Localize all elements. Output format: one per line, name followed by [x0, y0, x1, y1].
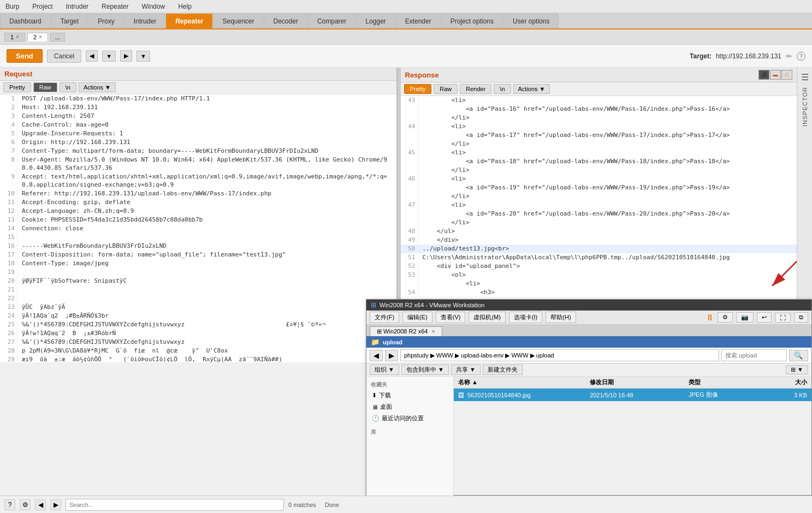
line-content: Host: 192.168.239.131 [22, 103, 394, 112]
include-library-btn[interactable]: 包含到库中 ▼ [401, 365, 449, 375]
response-raw-btn[interactable]: Raw [434, 84, 458, 94]
line-content: Upgrade-Insecure-Requests: 1 [22, 129, 394, 138]
search-box[interactable] [721, 349, 787, 361]
response-render-btn[interactable]: Render [460, 84, 491, 94]
vm-unity-btn[interactable]: ⧉ [794, 312, 808, 323]
request-n-btn[interactable]: \n [60, 82, 76, 92]
view-split-vertical[interactable]: ⬛ [758, 70, 769, 80]
request-line-5: 5Upgrade-Insecure-Requests: 1 [0, 129, 396, 138]
vm-fullscreen-btn[interactable]: ⛶ [775, 313, 791, 323]
response-line-45: 45 <li> [401, 148, 797, 157]
menu-intruder[interactable]: Intruder [63, 2, 92, 11]
file-toolbar: 组织 ▼ 包含到库中 ▼ 共享 ▼ 新建文件夹 ⊞ ▼ [366, 363, 811, 377]
status-icon-gear[interactable]: ⚙ [20, 499, 31, 510]
tab-decoder[interactable]: Decoder [264, 14, 307, 28]
tab-comparer[interactable]: Comparer [308, 14, 355, 28]
vm-snapshot-btn[interactable]: 📷 [736, 312, 754, 323]
response-line-52: 52 <div id="upload_panel"> [401, 262, 797, 271]
menu-window[interactable]: Window [138, 2, 168, 11]
response-pretty-btn[interactable]: Pretty [404, 84, 432, 94]
view-toggle-btn[interactable]: ⊞ ▼ [786, 365, 808, 374]
view-split-horizontal[interactable]: ▬ [770, 70, 781, 80]
forward-btn[interactable]: ▶ [385, 350, 398, 361]
tab-sequencer[interactable]: Sequencer [213, 14, 263, 28]
vm-vm-menu[interactable]: 虚拟机(M) [469, 312, 506, 323]
file-browser: 收藏夹 ⬇ 下载 🖥 桌面 🕐 最近访问的位置 库 名称 [366, 377, 811, 499]
vm-tab-icon: ⊞ [377, 328, 382, 335]
repeater-tab-2[interactable]: 2 × [27, 33, 48, 41]
cancel-button[interactable]: Cancel [47, 50, 81, 63]
vm-tab-menu[interactable]: 选项卡(I) [509, 312, 542, 323]
file-date-cell: 2021/5/10 16:48 [590, 392, 689, 398]
request-line-18: 18Content-Type: image/jpeg [0, 259, 396, 268]
nav-back-status[interactable]: ◀ [35, 499, 46, 510]
line-content: Content-Type: multipart/form-data; bound… [22, 147, 394, 156]
line-number: 45 [403, 148, 418, 157]
menu-repeater[interactable]: Repeater [98, 2, 132, 11]
sidebar-download[interactable]: ⬇ 下载 [369, 390, 451, 401]
repeater-tab-more[interactable]: ... [50, 33, 65, 41]
request-actions-btn[interactable]: Actions ▼ [79, 82, 116, 92]
menu-burp[interactable]: Burp [2, 2, 22, 11]
vm-view-menu[interactable]: 查看(V) [436, 312, 466, 323]
nav-forward-dropdown[interactable]: ▼ [137, 51, 150, 62]
line-content: ÿÛC ÿAbz¨ÿÄ [22, 303, 394, 312]
vm-tab-main[interactable]: ⊞ Win2008 R2 x64 × [370, 326, 442, 336]
tab-user-options[interactable]: User options [503, 14, 559, 28]
sidebar-desktop[interactable]: 🖥 桌面 [369, 401, 451, 413]
response-line-53: 53 <ol> [401, 271, 797, 279]
nav-back-dropdown[interactable]: ▼ [102, 51, 116, 62]
tab-extender[interactable]: Extender [396, 14, 441, 28]
file-type-icon: 🖼 [458, 392, 464, 398]
tab-proxy[interactable]: Proxy [88, 14, 124, 28]
new-folder-btn[interactable]: 新建文件夹 [483, 365, 523, 375]
request-actions-label: Actions [84, 84, 103, 91]
tab-project-options[interactable]: Project options [441, 14, 503, 28]
menu-project[interactable]: Project [29, 2, 56, 11]
response-n-btn[interactable]: \n [494, 84, 511, 94]
sidebar-recent[interactable]: 🕐 最近访问的位置 [369, 413, 451, 424]
repeater-tab-2-close[interactable]: × [39, 34, 42, 40]
target-help-icon[interactable]: ? [797, 52, 805, 61]
folder-window-name: upload [383, 339, 402, 345]
organize-btn[interactable]: 组织 ▼ [370, 365, 399, 375]
line-number [403, 140, 418, 148]
vm-edit-menu[interactable]: 编辑(E) [402, 312, 432, 323]
tab-intruder[interactable]: Intruder [125, 14, 165, 28]
vm-tab-close[interactable]: × [431, 328, 435, 335]
status-icon-question[interactable]: ? [4, 499, 15, 510]
vm-file-menu[interactable]: 文件(F) [370, 312, 399, 323]
file-row[interactable]: 🖼 5620210510164840.jpg 2021/5/10 16:48 J… [454, 389, 811, 401]
nav-forward-status[interactable]: ▶ [50, 499, 61, 510]
search-input[interactable] [66, 499, 284, 511]
back-btn[interactable]: ◀ [370, 350, 383, 361]
send-button[interactable]: Send [7, 49, 43, 63]
vm-help-menu[interactable]: 帮助(H) [546, 312, 576, 323]
request-raw-btn[interactable]: Raw [33, 82, 57, 92]
nav-forward-button[interactable]: ▶ [120, 50, 132, 62]
view-single[interactable]: □ [781, 70, 792, 80]
file-type-cell: JPEG 图像 [689, 391, 755, 399]
col-size-header[interactable]: 大小 [755, 378, 807, 386]
response-actions-btn[interactable]: Actions ▼ [513, 84, 550, 94]
col-date-header[interactable]: 修改日期 [590, 378, 689, 386]
tab-dashboard[interactable]: Dashboard [0, 14, 51, 28]
vm-pause-btn[interactable]: ⏸ [706, 313, 714, 323]
repeater-tab-1-close[interactable]: × [16, 34, 19, 40]
col-type-header[interactable]: 类型 [689, 378, 755, 386]
nav-back-button[interactable]: ◀ [86, 50, 98, 62]
tab-repeater[interactable]: Repeater [166, 14, 212, 28]
tab-logger[interactable]: Logger [356, 14, 395, 28]
tab-target[interactable]: Target [51, 14, 88, 28]
request-pretty-btn[interactable]: Pretty [3, 82, 31, 92]
share-btn[interactable]: 共享 ▼ [451, 365, 481, 375]
repeater-tab-1[interactable]: 1 × [4, 33, 25, 41]
target-edit-icon[interactable]: ✏ [786, 52, 792, 61]
address-path[interactable]: phpstudy ▶ WWW ▶ upload-labs-env ▶ WWW ▶… [400, 349, 719, 361]
vm-restore-btn[interactable]: ↩ [757, 312, 772, 323]
vm-ctrl-btn[interactable]: ⚙ [718, 312, 733, 323]
request-code-area[interactable]: 1POST /upload-labs-env/WWW/Pass-17/index… [0, 94, 396, 362]
col-name-header[interactable]: 名称 ▲ [458, 378, 590, 386]
search-go-btn[interactable]: 🔍 [789, 350, 808, 361]
menu-help[interactable]: Help [175, 2, 195, 11]
